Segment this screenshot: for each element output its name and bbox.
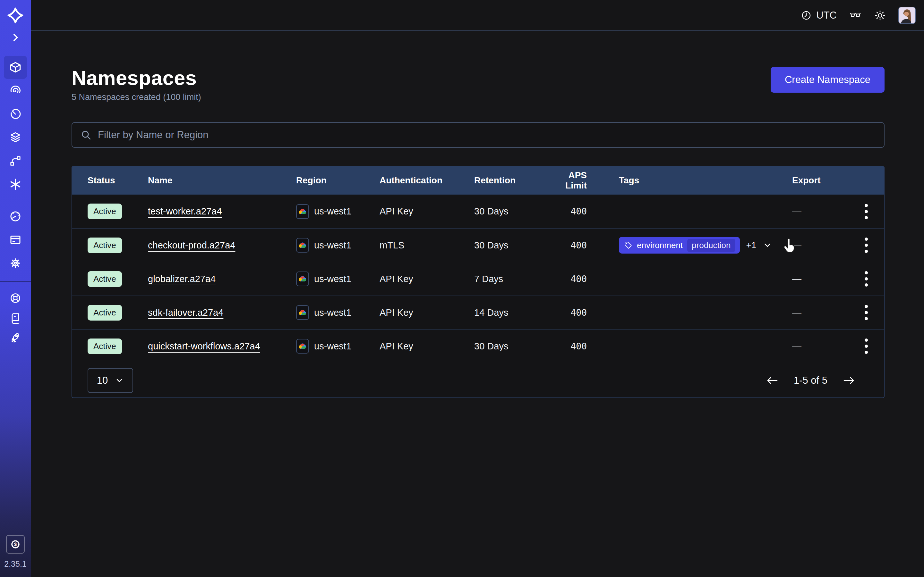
gcp-cloud-icon (296, 271, 309, 286)
filter-input[interactable] (98, 129, 876, 141)
chevron-down-icon (115, 376, 124, 385)
status-badge: Active (87, 237, 122, 253)
auth-cell: API Key (380, 206, 474, 217)
create-namespace-button[interactable]: Create Namespace (771, 67, 885, 93)
namespace-link[interactable]: sdk-failover.a27a4 (148, 308, 223, 318)
sidebar-nav-help (5, 288, 26, 348)
col-authentication: Authentication (380, 175, 474, 185)
page-size-select[interactable]: 10 (87, 368, 133, 393)
sidebar-item-getting-started[interactable] (5, 328, 26, 348)
dollar-badge-icon: $ (10, 538, 21, 550)
page-range-label: 1-5 of 5 (794, 375, 827, 386)
topbar: UTC (31, 0, 924, 31)
plan-badge-button[interactable]: $ (6, 535, 25, 554)
export-cell: — (792, 206, 840, 217)
table-row: Active quickstart-workflows.a27a4 us-wes… (72, 329, 884, 363)
auth-cell: API Key (380, 274, 474, 284)
user-avatar[interactable] (898, 7, 916, 24)
export-cell: — (792, 240, 840, 251)
row-menu-button[interactable] (840, 269, 871, 288)
status-badge: Active (87, 338, 122, 354)
col-status: Status (87, 175, 148, 185)
sun-icon (874, 9, 886, 21)
kebab-icon (861, 303, 871, 322)
kebab-icon (861, 269, 871, 288)
layers-icon (9, 131, 22, 144)
status-badge: Active (87, 305, 122, 321)
kebab-icon (861, 337, 871, 356)
namespace-link[interactable]: test-worker.a27a4 (148, 206, 222, 217)
sidebar-item-docs[interactable] (5, 308, 26, 328)
row-menu-button[interactable] (840, 303, 871, 322)
sidebar-item-support[interactable] (5, 288, 26, 308)
clock-icon (801, 10, 812, 21)
export-cell: — (792, 341, 840, 351)
aps-cell: 400 (548, 341, 587, 351)
tag-key: environment (637, 240, 683, 250)
prev-page-button[interactable] (766, 376, 779, 385)
kebab-icon (861, 235, 871, 255)
sidebar-item-billing[interactable] (4, 228, 27, 251)
support-lifebuoy-icon (9, 292, 22, 305)
sidebar-item-deployments[interactable] (4, 126, 27, 149)
batch-asterisk-icon (9, 177, 22, 191)
status-badge: Active (87, 203, 122, 219)
aps-cell: 400 (548, 240, 587, 251)
sidebar-item-nexus[interactable] (4, 149, 27, 172)
sidebar-item-schedules[interactable] (4, 103, 27, 126)
tags-expand-button[interactable] (762, 240, 772, 250)
timezone-selector[interactable]: UTC (801, 10, 837, 21)
docs-book-icon (9, 311, 22, 324)
labs-toggle[interactable] (849, 9, 862, 22)
avatar-image (899, 7, 915, 23)
temporal-logo[interactable] (4, 5, 27, 26)
col-tags: Tags (619, 175, 792, 185)
page-title: Namespaces (71, 67, 201, 89)
gcp-cloud-icon (296, 305, 309, 320)
row-menu-button[interactable] (840, 202, 871, 221)
usage-gauge-icon (9, 210, 22, 223)
sidebar-item-batch[interactable] (4, 173, 27, 196)
col-export: Export (792, 175, 840, 185)
table-row: Active globalizer.a27a4 us-west1 (72, 262, 884, 295)
auth-cell: mTLS (380, 240, 474, 251)
namespace-link[interactable]: globalizer.a27a4 (148, 274, 216, 284)
gcp-cloud-icon (296, 238, 309, 253)
sidebar-item-monitor[interactable] (4, 79, 27, 102)
namespace-link[interactable]: checkout-prod.a27a4 (148, 240, 235, 251)
svg-text:$: $ (14, 542, 17, 547)
row-menu-button[interactable] (840, 337, 871, 356)
kebab-icon (861, 202, 871, 221)
sidebar-item-namespaces[interactable] (4, 56, 27, 79)
theme-toggle[interactable] (874, 9, 886, 21)
sidebar-item-usage[interactable] (4, 205, 27, 228)
monitor-eye-icon (9, 84, 22, 97)
arrow-left-icon (766, 376, 779, 385)
getting-started-rocket-icon (9, 331, 22, 345)
retention-cell: 14 Days (474, 308, 548, 318)
sidebar-divider (0, 281, 31, 282)
row-menu-button[interactable] (840, 235, 871, 255)
col-aps-limit: APS Limit (548, 170, 587, 191)
chevron-down-icon (762, 240, 772, 250)
sidebar-nav-primary (4, 56, 27, 196)
next-page-button[interactable] (843, 376, 855, 385)
gcp-cloud-icon (296, 339, 309, 354)
glasses-icon (849, 9, 862, 22)
sidebar-expand-button[interactable] (4, 28, 27, 47)
aps-cell: 400 (548, 206, 587, 217)
page-subtitle: 5 Namespaces created (100 limit) (71, 92, 201, 102)
region-label: us-west1 (314, 341, 351, 351)
export-cell: — (792, 308, 840, 318)
timer-icon (9, 107, 22, 121)
namespaces-table: Status Name Region Authentication Retent… (71, 166, 885, 398)
auth-cell: API Key (380, 341, 474, 351)
sidebar-nav-account (4, 205, 27, 275)
tag-pill[interactable]: environment production (619, 237, 740, 253)
filter-box[interactable] (71, 122, 885, 148)
namespace-link[interactable]: quickstart-workflows.a27a4 (148, 341, 260, 351)
namespaces-cube-icon (8, 60, 23, 74)
sidebar-item-settings[interactable] (4, 251, 27, 275)
region-label: us-west1 (314, 308, 351, 318)
region-label: us-west1 (314, 240, 351, 251)
